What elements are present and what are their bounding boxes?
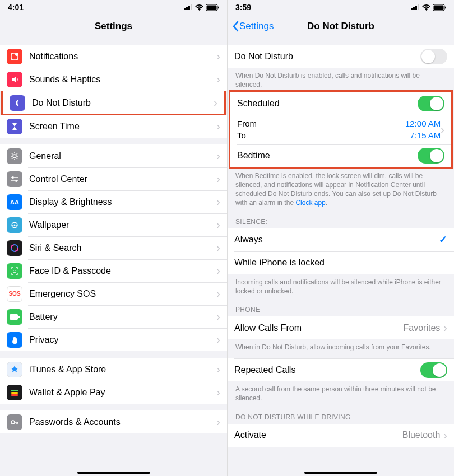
- row-label: Siri & Search: [29, 243, 216, 253]
- battery-icon: [433, 4, 446, 11]
- battery-icon: [206, 4, 219, 11]
- settings-row-itunes-app-store[interactable]: iTunes & App Store›: [0, 358, 227, 381]
- svg-rect-30: [415, 6, 417, 10]
- wallet-icon: [7, 385, 22, 400]
- svg-rect-25: [11, 392, 18, 394]
- settings-row-general[interactable]: General›: [0, 144, 227, 167]
- chevron-right-icon: ›: [216, 120, 220, 133]
- row-label: Privacy: [29, 335, 216, 345]
- faceid-icon: [7, 263, 22, 279]
- row-label: Emergency SOS: [29, 289, 216, 299]
- brightness-icon: AA: [7, 194, 22, 210]
- settings-list[interactable]: Notifications›Sounds & Haptics›Do Not Di…: [0, 45, 227, 433]
- row-label: Battery: [29, 312, 216, 322]
- silence-locked-row[interactable]: While iPhone is locked: [228, 251, 454, 274]
- from-label: From: [237, 118, 257, 129]
- settings-row-do-not-disturb[interactable]: Do Not Disturb›: [3, 91, 224, 114]
- repeated-calls-switch[interactable]: [420, 362, 447, 378]
- checkmark-icon: ✓: [439, 234, 447, 246]
- status-bar: 4:01: [0, 0, 227, 15]
- chevron-right-icon: ›: [216, 310, 220, 323]
- battery-icon: [7, 309, 22, 325]
- scheduled-label: Scheduled: [237, 99, 418, 109]
- settings-row-privacy[interactable]: Privacy›: [0, 328, 227, 351]
- svg-rect-24: [11, 390, 18, 391]
- status-icons: [184, 4, 219, 11]
- silence-always-row[interactable]: Always ✓: [228, 228, 454, 251]
- settings-row-siri-search[interactable]: Siri & Search›: [0, 236, 227, 259]
- status-time: 4:01: [8, 3, 24, 12]
- activate-value: Bluetooth: [402, 430, 441, 440]
- row-label: Notifications: [29, 52, 216, 62]
- dnd-switch[interactable]: [420, 49, 447, 64]
- status-time: 3:59: [235, 3, 251, 12]
- settings-row-display-brightness[interactable]: AADisplay & Brightness›: [0, 190, 227, 213]
- row-label: Control Center: [29, 174, 216, 184]
- allow-calls-footer: When in Do Not Disturb, allow incoming c…: [228, 339, 454, 354]
- row-label: General: [29, 151, 216, 161]
- chevron-right-icon: ›: [216, 50, 220, 63]
- bedtime-row[interactable]: Bedtime: [230, 144, 451, 167]
- dnd-toggle-row[interactable]: Do Not Disturb: [228, 45, 454, 68]
- sounds-icon: [7, 72, 22, 87]
- svg-rect-31: [418, 4, 419, 10]
- allow-calls-value: Favorites: [404, 323, 441, 333]
- hourglass-icon: [7, 119, 22, 134]
- repeated-calls-label: Repeated Calls: [234, 365, 420, 375]
- settings-row-sounds-haptics[interactable]: Sounds & Haptics›: [0, 68, 227, 91]
- from-value: 12:00 AM: [405, 118, 441, 129]
- repeated-calls-row[interactable]: Repeated Calls: [228, 358, 454, 381]
- settings-row-battery[interactable]: Battery›: [0, 305, 227, 328]
- settings-row-wallet-apple-pay[interactable]: Wallet & Apple Pay›: [0, 381, 227, 404]
- settings-row-notifications[interactable]: Notifications›: [0, 45, 227, 68]
- row-label: Wallpaper: [29, 220, 216, 230]
- settings-row-passwords-accounts[interactable]: Passwords & Accounts›: [0, 410, 227, 433]
- scheduled-switch[interactable]: [418, 96, 444, 111]
- svg-rect-3: [191, 4, 192, 10]
- chevron-right-icon: ›: [216, 386, 220, 399]
- dnd-label: Do Not Disturb: [234, 52, 420, 62]
- bedtime-footer: When Bedtime is enabled, the lock screen…: [228, 168, 454, 210]
- dnd-pane: 3:59 Settings Do Not Disturb Do Not Dist…: [227, 0, 454, 476]
- settings-row-emergency-sos[interactable]: SOSEmergency SOS›: [0, 282, 227, 305]
- page-title: Do Not Disturb: [307, 21, 374, 32]
- silence-always-label: Always: [234, 235, 439, 245]
- scheduled-row[interactable]: Scheduled: [230, 92, 451, 115]
- activate-row[interactable]: Activate Bluetooth ›: [228, 424, 454, 447]
- bedtime-switch[interactable]: [418, 148, 444, 164]
- allow-calls-label: Allow Calls From: [234, 323, 404, 333]
- hand-icon: [7, 332, 22, 348]
- clock-app-link[interactable]: Clock app: [295, 199, 325, 207]
- settings-row-control-center[interactable]: Control Center›: [0, 167, 227, 190]
- status-bar: 3:59: [228, 0, 454, 15]
- settings-row-wallpaper[interactable]: Wallpaper›: [0, 213, 227, 236]
- row-label: Display & Brightness: [29, 197, 216, 207]
- row-label: iTunes & App Store: [29, 365, 216, 375]
- chevron-right-icon: ›: [216, 363, 220, 376]
- svg-rect-23: [18, 316, 20, 318]
- svg-rect-5: [207, 5, 217, 10]
- svg-rect-34: [445, 6, 446, 8]
- to-value: 7:15 AM: [410, 130, 441, 141]
- svg-rect-0: [184, 8, 186, 10]
- svg-point-8: [15, 53, 18, 56]
- svg-point-9: [13, 155, 16, 158]
- svg-rect-33: [434, 5, 444, 10]
- cellular-icon: [184, 4, 193, 10]
- svg-point-11: [15, 180, 17, 182]
- schedule-time-row[interactable]: From12:00 AM To7:15 AM ›: [230, 115, 451, 144]
- chevron-right-icon: ›: [216, 241, 220, 254]
- settings-row-face-id-passcode[interactable]: Face ID & Passcode›: [0, 259, 227, 282]
- svg-point-27: [11, 421, 15, 424]
- back-button[interactable]: Settings: [232, 15, 274, 38]
- settings-pane: 4:01 Settings Notifications›Sounds & Hap…: [0, 0, 227, 476]
- wifi-icon: [422, 4, 430, 11]
- moon-icon: [10, 95, 25, 111]
- schedule-highlight: Scheduled From12:00 AM To7:15 AM › Bedti…: [229, 90, 453, 169]
- chevron-right-icon: ›: [216, 416, 220, 428]
- bedtime-label: Bedtime: [237, 151, 418, 161]
- schedule-fromto: From12:00 AM To7:15 AM: [237, 115, 441, 144]
- allow-calls-row[interactable]: Allow Calls From Favorites ›: [228, 316, 454, 339]
- settings-row-screen-time[interactable]: Screen Time›: [0, 115, 227, 138]
- gear-icon: [7, 148, 22, 164]
